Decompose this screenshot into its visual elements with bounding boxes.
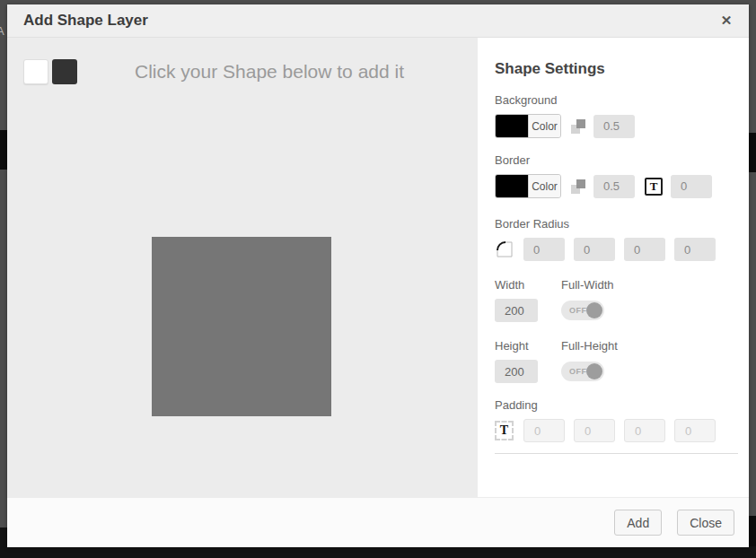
settings-divider: [495, 453, 738, 454]
background-color-combo: Color: [495, 114, 561, 138]
background-page-clipped-text: A: [0, 24, 4, 38]
width-labels-row: Width Full-Width: [495, 278, 740, 292]
border-radius-input-4[interactable]: [674, 238, 716, 261]
toggle-knob: [586, 363, 602, 379]
padding-label: Padding: [495, 398, 740, 412]
padding-input-1[interactable]: [523, 419, 565, 442]
add-shape-layer-modal: Add Shape Layer ✕ Click your Shape below…: [7, 4, 749, 547]
padding-controls-row: T: [495, 419, 740, 442]
full-height-toggle[interactable]: OFF: [561, 362, 604, 381]
width-label: Width: [495, 278, 561, 292]
width-controls-row: OFF: [495, 299, 740, 322]
height-input[interactable]: [495, 360, 538, 383]
background-dark-bar-bottom: [0, 546, 756, 558]
padding-input-4[interactable]: [674, 419, 716, 442]
border-opacity-input[interactable]: [593, 175, 635, 198]
border-radius-controls-row: [495, 238, 740, 261]
border-color-swatch[interactable]: [496, 175, 528, 197]
modal-footer: Add Close: [7, 497, 749, 547]
close-button[interactable]: Close: [677, 510, 734, 536]
height-label: Height: [495, 339, 561, 353]
border-radius-icon: [495, 240, 514, 259]
height-labels-row: Height Full-Height: [495, 339, 740, 353]
border-radius-input-1[interactable]: [523, 238, 565, 261]
opacity-icon: [571, 179, 585, 194]
background-opacity-input[interactable]: [593, 115, 635, 138]
add-button[interactable]: Add: [614, 510, 662, 536]
background-dark-block-right: [749, 133, 756, 172]
border-width-input[interactable]: [671, 175, 712, 198]
border-controls-row: Color T: [495, 174, 740, 198]
background-dark-block-left: [0, 130, 7, 170]
padding-input-3[interactable]: [624, 419, 665, 442]
background-label: Background: [495, 93, 740, 107]
width-input[interactable]: [495, 299, 538, 322]
shape-settings-panel: Shape Settings Background Color Border C…: [478, 38, 749, 497]
background-color-button[interactable]: Color: [528, 115, 560, 137]
shape-preview-square[interactable]: [152, 237, 331, 416]
close-modal-button[interactable]: ✕: [716, 11, 736, 31]
padding-text-icon: T: [495, 421, 514, 440]
padding-input-2[interactable]: [574, 419, 615, 442]
settings-heading: Shape Settings: [495, 60, 740, 78]
opacity-icon: [571, 119, 585, 134]
shape-picker-panel: Click your Shape below to add it: [7, 38, 478, 497]
border-label: Border: [495, 153, 740, 167]
full-height-label: Full-Height: [561, 339, 618, 353]
border-radius-input-3[interactable]: [624, 238, 665, 261]
full-width-label: Full-Width: [561, 278, 614, 292]
border-radius-label: Border Radius: [495, 217, 740, 231]
border-color-combo: Color: [495, 174, 561, 198]
background-controls-row: Color: [495, 114, 740, 138]
modal-title: Add Shape Layer: [23, 12, 716, 30]
full-width-toggle[interactable]: OFF: [561, 301, 604, 320]
toggle-knob: [586, 302, 602, 318]
background-color-swatch[interactable]: [496, 115, 528, 137]
close-icon: ✕: [721, 13, 733, 28]
full-width-toggle-state: OFF: [569, 306, 587, 315]
modal-body: Click your Shape below to add it Shape S…: [7, 38, 749, 497]
border-color-button[interactable]: Color: [528, 175, 560, 197]
full-height-toggle-state: OFF: [569, 367, 587, 376]
modal-title-bar: Add Shape Layer ✕: [7, 4, 749, 38]
height-controls-row: OFF: [495, 360, 740, 383]
border-width-text-icon: T: [645, 178, 663, 196]
shape-instruction: Click your Shape below to add it: [61, 61, 478, 83]
shape-color-swatch-white[interactable]: [23, 59, 48, 84]
border-radius-input-2[interactable]: [574, 238, 615, 261]
